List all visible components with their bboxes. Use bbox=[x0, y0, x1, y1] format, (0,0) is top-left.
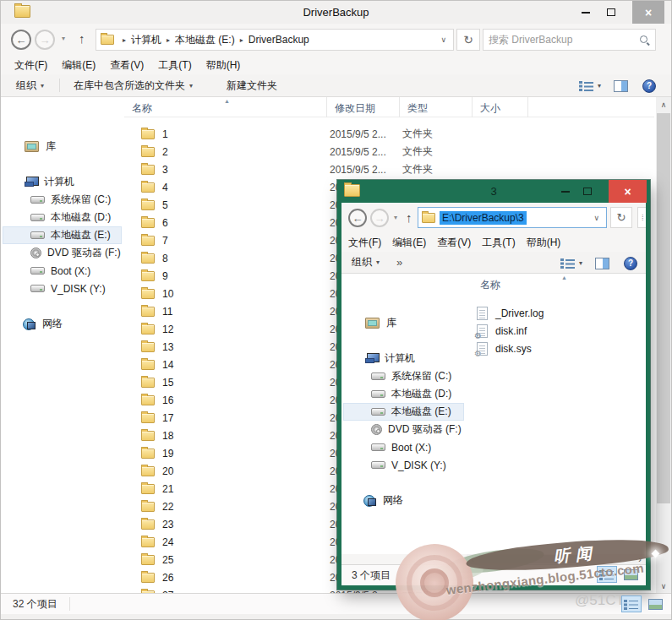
scroll-right-icon[interactable]: › bbox=[634, 554, 646, 564]
scroll-left-icon[interactable]: ‹ bbox=[467, 554, 478, 564]
menu-item[interactable]: 编辑(E) bbox=[62, 56, 96, 74]
file-row[interactable]: _Driver.log bbox=[467, 304, 646, 322]
dropdown-icon: ▾ bbox=[598, 82, 601, 90]
sidebar-item-drive[interactable]: 系统保留 (C:) bbox=[3, 191, 122, 209]
libraries-icon bbox=[365, 318, 380, 329]
menu-item[interactable]: 查看(V) bbox=[110, 56, 144, 74]
column-header[interactable]: 类型 bbox=[400, 97, 473, 117]
menu-item[interactable]: 文件(F) bbox=[14, 56, 47, 74]
change-view-button[interactable]: ▾ bbox=[579, 80, 601, 91]
child-menu-bar: 文件(F)编辑(E)查看(V)工具(T)帮助(H) bbox=[341, 233, 646, 252]
up-button[interactable]: ↑ bbox=[406, 210, 412, 225]
sidebar-item-libraries[interactable]: 库 bbox=[343, 314, 464, 331]
search-input[interactable] bbox=[489, 34, 639, 46]
breadcrumb-item[interactable]: 计算机 bbox=[131, 33, 161, 47]
close-icon: × bbox=[624, 185, 631, 199]
column-header[interactable]: 修改日期 bbox=[327, 97, 400, 117]
sidebar-item-drive[interactable]: 本地磁盘 (E:) bbox=[343, 403, 464, 421]
change-view-button[interactable]: ▾ bbox=[560, 258, 582, 269]
thumbnail-view-button[interactable] bbox=[620, 566, 641, 583]
details-view-button[interactable] bbox=[597, 566, 617, 583]
sidebar-item-drive[interactable]: V_DISK (Y:) bbox=[343, 456, 464, 474]
sort-ascending-icon[interactable]: ▲ bbox=[224, 98, 230, 104]
refresh-icon: ↻ bbox=[617, 211, 626, 224]
minimize-button[interactable] bbox=[575, 1, 597, 24]
child-title-bar[interactable]: 3 × bbox=[337, 180, 650, 203]
sidebar-item-drive[interactable]: 系统保留 (C:) bbox=[343, 367, 464, 385]
vertical-scrollbar[interactable]: ∧ ∨ bbox=[656, 97, 671, 593]
sidebar-item-drive[interactable]: DVD 驱动器 (F:) bbox=[343, 421, 464, 438]
forward-button[interactable]: → bbox=[370, 209, 389, 227]
new-folder-button[interactable]: 新建文件夹 bbox=[227, 79, 277, 93]
folder-name: 23 bbox=[162, 519, 173, 530]
back-button[interactable]: ← bbox=[348, 209, 367, 227]
sidebar-item-drive[interactable]: V_DISK (Y:) bbox=[3, 280, 122, 297]
dropdown-icon: ▾ bbox=[41, 82, 44, 90]
thumbnail-view-button[interactable] bbox=[645, 596, 665, 612]
address-bar[interactable]: ▸计算机 ▸本地磁盘 (E:) ▸DriverBackup ∨ bbox=[96, 29, 454, 51]
horizontal-scrollbar[interactable]: ‹ › bbox=[467, 554, 646, 564]
search-box-partial[interactable]: ⁞ bbox=[637, 207, 646, 228]
refresh-button[interactable]: ↻ bbox=[456, 29, 480, 51]
address-dropdown-icon[interactable]: ∨ bbox=[440, 35, 446, 44]
sidebar-item-drive[interactable]: DVD 驱动器 (F:) bbox=[3, 244, 122, 262]
up-button[interactable]: ↑ bbox=[79, 31, 85, 46]
scrollbar-thumb[interactable] bbox=[657, 113, 670, 503]
close-button[interactable]: × bbox=[632, 1, 664, 24]
refresh-button[interactable]: ↻ bbox=[610, 207, 632, 228]
organize-button[interactable]: 组织▾ bbox=[352, 255, 380, 269]
sidebar-item-computer[interactable]: 计算机 bbox=[343, 350, 464, 367]
sidebar-item-libraries[interactable]: 库 bbox=[3, 138, 122, 155]
help-button[interactable]: ? bbox=[642, 79, 656, 93]
sidebar-item-drive[interactable]: Boot (X:) bbox=[3, 262, 122, 280]
scroll-up-icon[interactable]: ∧ bbox=[656, 97, 671, 111]
help-button[interactable]: ? bbox=[624, 257, 637, 270]
menu-item[interactable]: 帮助(H) bbox=[527, 233, 561, 252]
child-close-button[interactable]: × bbox=[609, 180, 647, 203]
scroll-down-icon[interactable]: ∨ bbox=[656, 579, 671, 593]
folder-icon bbox=[141, 218, 155, 228]
address-value-selected[interactable]: E:\DriverBackup\3 bbox=[440, 211, 527, 225]
sidebar-item-network[interactable]: 网络 bbox=[343, 492, 464, 509]
folder-row[interactable]: 3 2015/9/5 2... 文件夹 bbox=[124, 160, 654, 178]
file-row[interactable]: disk.inf bbox=[467, 322, 646, 340]
back-button[interactable]: ← bbox=[11, 30, 31, 50]
address-dropdown-icon[interactable]: ∨ bbox=[593, 214, 599, 222]
menu-item[interactable]: 帮助(H) bbox=[206, 56, 241, 74]
menu-item[interactable]: 编辑(E) bbox=[392, 233, 426, 252]
menu-item[interactable]: 工具(T) bbox=[482, 233, 515, 252]
toolbar-overflow-icon[interactable]: » bbox=[396, 256, 402, 269]
sidebar-item-computer[interactable]: 计算机 bbox=[3, 173, 122, 190]
sidebar-item-drive[interactable]: 本地磁盘 (D:) bbox=[343, 385, 464, 403]
title-bar[interactable]: DriverBackup × bbox=[1, 1, 671, 24]
preview-pane-button[interactable] bbox=[595, 258, 609, 269]
scrollbar-thumb[interactable] bbox=[479, 555, 581, 563]
menu-item[interactable]: 文件(F) bbox=[348, 233, 381, 252]
breadcrumb-item[interactable]: 本地磁盘 (E:) bbox=[175, 33, 235, 47]
forward-button[interactable]: → bbox=[35, 30, 55, 50]
search-box[interactable] bbox=[483, 29, 656, 51]
child-minimize-button[interactable] bbox=[555, 180, 576, 203]
recent-pages-dropdown-icon[interactable]: ▾ bbox=[394, 214, 397, 221]
folder-row[interactable]: 2 2015/9/5 2... 文件夹 bbox=[124, 143, 654, 160]
sidebar-item-drive[interactable]: 本地磁盘 (D:) bbox=[3, 209, 122, 226]
preview-pane-button[interactable] bbox=[614, 80, 628, 92]
menu-item[interactable]: 工具(T) bbox=[158, 56, 191, 74]
column-header[interactable]: 大小 bbox=[473, 97, 528, 117]
menu-item[interactable]: 查看(V) bbox=[437, 233, 471, 252]
sidebar-item-network[interactable]: 网络 bbox=[3, 315, 122, 332]
file-row[interactable]: disk.sys bbox=[467, 340, 646, 357]
recent-pages-dropdown-icon[interactable]: ▾ bbox=[62, 35, 65, 42]
column-header[interactable]: 名称 bbox=[467, 274, 646, 294]
breadcrumb-item[interactable]: DriverBackup bbox=[249, 34, 309, 46]
include-in-library-button[interactable]: 在库中包含所选的文件夹▾ bbox=[74, 79, 193, 93]
maximize-button[interactable] bbox=[600, 1, 622, 24]
child-address-bar[interactable]: E:\DriverBackup\3 ∨ bbox=[418, 207, 607, 228]
details-view-button[interactable] bbox=[621, 596, 642, 612]
sidebar-item-drive[interactable]: Boot (X:) bbox=[343, 438, 464, 456]
sidebar-item-drive[interactable]: 本地磁盘 (E:) bbox=[3, 226, 122, 244]
organize-button[interactable]: 组织▾ bbox=[16, 79, 44, 93]
folder-row[interactable]: 1 2015/9/5 2... 文件夹 bbox=[124, 125, 654, 143]
child-maximize-button[interactable] bbox=[577, 180, 598, 203]
sort-ascending-icon[interactable]: ▲ bbox=[561, 275, 567, 280]
